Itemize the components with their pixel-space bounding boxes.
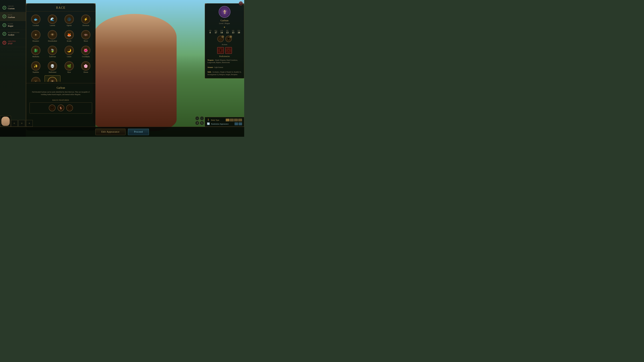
race-name-dreamers: Dreamers xyxy=(32,40,39,42)
race-item-moroi[interactable]: 🦇 Moroi xyxy=(78,29,94,43)
race-item-garlean[interactable]: 👁 Garlean xyxy=(44,75,60,82)
feature-icon-eye: 👁 xyxy=(49,105,56,111)
race-item-disembodied[interactable]: 👁 Disembodied xyxy=(44,29,60,43)
add-character-button-2[interactable]: + xyxy=(18,120,25,127)
race-item-laneshi[interactable]: 🌊 Laneshi xyxy=(44,13,60,28)
cam-rotate-right[interactable]: ↻ xyxy=(200,121,204,125)
actions-row: 🛡 +3 ❤ 10 xyxy=(208,36,242,42)
race-item-hyur[interactable]: 🌿 Hyur xyxy=(61,60,77,75)
class-label: Class Rogue xyxy=(8,23,14,27)
race-features-title: Race Features xyxy=(30,99,92,101)
race-item-mushushu[interactable]: 🐉 Mušhuššu xyxy=(28,44,44,59)
race-item-dreamers[interactable]: ✦ Dreamers xyxy=(28,29,44,43)
cam-zoom-out[interactable]: − xyxy=(200,116,204,120)
race-name-laneshi: Laneshi xyxy=(50,24,55,26)
race-name-disembodied: Disembodied xyxy=(48,40,57,42)
randomise-prev-button[interactable]: ‹ xyxy=(234,122,238,125)
sidebar-item-abilities[interactable]: ! Abilities 27/27 xyxy=(0,38,26,47)
portrait-face xyxy=(1,117,10,126)
sidebar-item-class[interactable]: ✓ Class Rogue xyxy=(0,21,26,30)
race-panel: Race 🐟 Locathah 🌊 Laneshi 🌑 Ogresh ⚡ Dow… xyxy=(26,3,96,131)
edit-appearance-button[interactable]: Edit Appearance xyxy=(96,129,126,135)
race-item-tydelvian[interactable]: 🍃 Tydelvian xyxy=(44,44,60,59)
race-name-malformed: Malformed xyxy=(49,71,56,73)
actions-label: Actions xyxy=(208,43,242,45)
armour-value: Light Armour xyxy=(214,66,223,68)
body-type-opt-1[interactable] xyxy=(226,119,230,121)
race-icon-mushushu: 🐉 xyxy=(31,46,40,55)
body-type-label: Body Type xyxy=(211,119,224,121)
race-item-elezen[interactable]: 🌸 Elezen xyxy=(78,60,94,75)
character-portrait[interactable] xyxy=(0,116,11,127)
body-type-options xyxy=(226,119,242,121)
character-model xyxy=(93,14,176,131)
race-check: ✓ xyxy=(2,14,6,18)
race-item-ogresh[interactable]: 🌑 Ogresh xyxy=(61,13,77,28)
randomise-next-button[interactable]: › xyxy=(239,122,242,125)
feature-icon-gear: ⚙ xyxy=(66,105,73,111)
race-item-lunari[interactable]: 🌙 Lunari xyxy=(61,44,77,59)
race-item-locathah[interactable]: 🐟 Locathah xyxy=(28,13,44,28)
sidebar-item-background[interactable]: ✓ Background Acolyte xyxy=(0,30,26,38)
race-name-locathah: Locathah xyxy=(33,24,39,26)
proficiencies-label: Proficiencies xyxy=(208,55,242,58)
action-badge-10: 10 xyxy=(230,35,232,38)
race-icon-locathah: 🐟 xyxy=(31,14,40,24)
action-badge-plus3: +3 xyxy=(221,35,224,38)
body-type-opt-4[interactable] xyxy=(238,119,242,121)
abilities-check: ! xyxy=(2,41,6,44)
race-name-downcast: Downcast xyxy=(82,24,89,26)
race-item-nephilim[interactable]: ✨ Nephilim xyxy=(28,60,44,75)
race-icon-roegadyn: ⚔ xyxy=(31,77,40,82)
body-type-row: 🚶 Body Type xyxy=(207,118,242,121)
add-character-button-3[interactable]: + xyxy=(26,120,33,127)
skills-dash: - xyxy=(211,71,212,73)
character-star: ★ xyxy=(208,26,242,28)
race-icon-downcast: ⚡ xyxy=(81,14,90,24)
race-item-downcast[interactable]: ⚡ Downcast xyxy=(78,13,94,28)
abilities-label: Abilities 27/27 xyxy=(8,40,16,45)
origin-check: ✓ xyxy=(2,6,6,9)
stat-dex: DEX 17 xyxy=(213,30,218,34)
body-type-opt-3[interactable] xyxy=(234,119,238,121)
race-grid: 🐟 Locathah 🌊 Laneshi 🌑 Ogresh ⚡ Downcast… xyxy=(26,11,96,82)
randomise-row: 🔄 Randomise Appearance ‹ › xyxy=(207,122,242,125)
race-name-tydelvian: Tydelvian xyxy=(49,56,56,57)
race-item-malformed[interactable]: 💀 Malformed xyxy=(44,60,60,75)
origin-label: Origin Custom xyxy=(8,5,14,10)
body-type-icon: 🚶 xyxy=(207,118,210,121)
action-icon-heart: ❤ 10 xyxy=(226,36,232,42)
proceed-button[interactable]: Proceed xyxy=(128,129,149,135)
close-button[interactable]: × xyxy=(239,1,243,5)
race-icon-elezen: 🌸 xyxy=(81,61,90,70)
race-item-gwyddpala[interactable]: 🌺 Gwÿddpāla xyxy=(78,44,94,59)
class-check: ✓ xyxy=(2,23,6,27)
race-icon-lunari: 🌙 xyxy=(64,46,74,55)
cam-zoom-in[interactable]: + xyxy=(195,116,199,120)
cam-rotate-left[interactable]: ↺ xyxy=(195,121,199,125)
body-type-panel: 🚶 Body Type 🔄 Randomise Appearance ‹ › xyxy=(205,117,244,127)
add-character-button-1[interactable]: + xyxy=(11,120,18,127)
race-description: Garlean Full-blooded Garlean can be easi… xyxy=(26,85,96,97)
race-icon-gwyddpala: 🌺 xyxy=(81,46,90,55)
race-icon-moroi: 🦇 xyxy=(81,30,90,39)
feature-icon-deer: 🦌 xyxy=(58,105,64,111)
randomise-buttons: ‹ › xyxy=(234,122,242,125)
sidebar-item-race[interactable]: ✓ Race Garlean xyxy=(0,12,26,21)
race-name-gwyddpala: Gwÿddpāla xyxy=(82,56,90,57)
race-item-roegadyn[interactable]: ⚔ Roegadyn xyxy=(28,75,44,82)
bottom-bar: Edit Appearance Proceed xyxy=(0,127,244,137)
race-item-krsnik[interactable]: 🦊 Krsnik xyxy=(61,29,77,43)
weapons-label-dash: - xyxy=(214,59,215,61)
sidebar-item-origin[interactable]: ✓ Origin Custom xyxy=(0,3,26,12)
race-icon-ogresh: 🌑 xyxy=(64,14,74,24)
race-icon-dreamers: ✦ xyxy=(31,30,40,39)
background-label: Background Acolyte xyxy=(8,32,20,36)
background-check: ✓ xyxy=(2,32,6,36)
character-emblem: 🗡 xyxy=(208,6,242,18)
race-icon-malformed: 💀 xyxy=(48,61,57,70)
stat-con: CON 14 xyxy=(219,30,224,34)
armour-label: Armour xyxy=(208,66,213,68)
body-type-opt-2[interactable] xyxy=(230,119,234,121)
race-icon-hyur: 🌿 xyxy=(64,61,74,70)
